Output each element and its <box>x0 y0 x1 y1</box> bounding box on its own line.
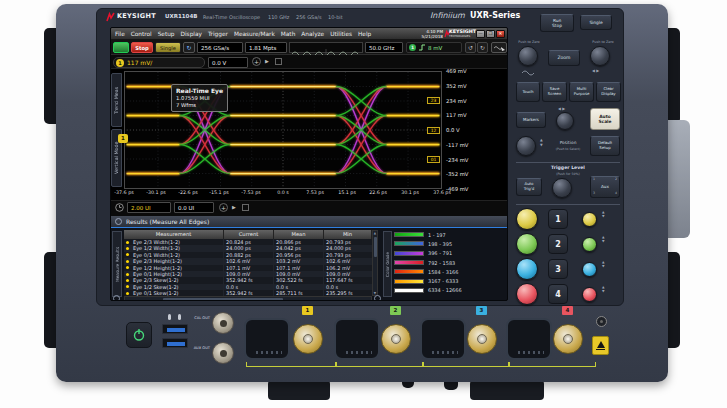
auto-scale-button[interactable]: AutoScale <box>590 108 620 130</box>
channel3-offset-knob[interactable] <box>582 262 597 277</box>
channel1-ground-marker[interactable]: 1 <box>118 134 128 143</box>
channel1-scale-control[interactable]: 1 117 mV/ <box>113 57 205 68</box>
horizontal-scale-knob[interactable] <box>518 46 538 66</box>
zoom-button[interactable]: Zoom <box>548 50 580 66</box>
channel1-offset-field[interactable]: 0.0 V <box>208 57 248 68</box>
usb-port <box>162 338 188 348</box>
menu-math[interactable]: Math <box>281 28 296 40</box>
touch-button[interactable]: Touch <box>516 82 540 102</box>
menu-display[interactable]: Display <box>181 28 202 40</box>
zoom-add-icon[interactable]: + <box>219 203 228 212</box>
horizontal-position-knob[interactable] <box>590 46 610 66</box>
horizontal-position-field[interactable]: 0.0 UI <box>174 202 214 213</box>
vertical-scrollbar[interactable]: ▲ ▼ <box>372 230 378 296</box>
maximize-button[interactable]: ❐ <box>486 30 495 38</box>
horizontal-scale-field[interactable]: 2.00 UI <box>127 202 171 213</box>
sample-rate-field[interactable]: 256 GSa/s <box>197 42 243 53</box>
bandwidth-field[interactable]: 50.0 GHz <box>365 42 403 53</box>
channel2-offset-knob[interactable] <box>582 237 597 252</box>
run-stop-button[interactable]: RunStop <box>540 14 574 32</box>
channel4-offset-knob[interactable] <box>582 287 597 302</box>
col-mean[interactable]: Mean <box>274 230 324 239</box>
cal-out-label: CAL OUT <box>192 316 210 321</box>
menu-control[interactable]: Control <box>131 28 152 40</box>
menu-measure-mark[interactable]: Measure/Mark <box>234 28 275 40</box>
row-bullet-icon <box>126 260 129 263</box>
channel1-scale-knob[interactable] <box>516 208 538 230</box>
channel3-scale-knob[interactable] <box>516 258 538 280</box>
single-button[interactable]: Single <box>155 42 181 53</box>
undo-icon[interactable]: ↺ <box>465 42 476 53</box>
menu-file[interactable]: File <box>115 28 125 40</box>
expand-icon[interactable]: ▶ <box>265 58 269 64</box>
memory-depth-field[interactable]: 1.81 Mpts <box>245 42 287 53</box>
channel2-button[interactable]: 2 <box>548 234 568 254</box>
aux-num: 1 <box>593 178 595 182</box>
dock-icon[interactable] <box>275 58 282 65</box>
aux-select-button[interactable]: Aux 1 2 3 4 <box>590 176 620 198</box>
redo-icon[interactable]: ↻ <box>477 42 488 53</box>
clear-display-button[interactable]: ClearDisplay <box>596 82 621 102</box>
color-grade-row: 792 - 1583 <box>394 258 455 267</box>
trigger-source-badge: 1 <box>409 44 416 51</box>
save-screen-button[interactable]: SaveScreen <box>542 82 567 102</box>
menu-trigger[interactable]: Trigger <box>208 28 228 40</box>
eye-marker-23[interactable]: 23 <box>427 97 440 104</box>
tab-color-grade[interactable]: Color Grade <box>383 231 392 297</box>
x-axis-label: 37.6 ps <box>426 190 458 195</box>
eye-marker-12[interactable]: 12 <box>427 127 440 134</box>
stop-button[interactable]: Stop <box>131 42 153 53</box>
channel3-button[interactable]: 3 <box>548 259 568 279</box>
single-button-hw[interactable]: Single <box>580 15 612 30</box>
channel2-scale-knob[interactable] <box>516 233 538 255</box>
col-min[interactable]: Min <box>324 230 372 239</box>
push-to-zero-label: Push to Zero <box>514 40 544 44</box>
multi-purpose-button[interactable]: MultiPurpose <box>569 82 594 102</box>
pane-handle-icon[interactable] <box>113 295 120 301</box>
rising-edge-icon <box>418 43 426 52</box>
tab-trend-meas[interactable]: Trend Meas <box>111 73 122 127</box>
row-bullet-icon <box>126 266 129 269</box>
results-table-header: Measurement Current Mean Min <box>124 230 372 239</box>
color-grade-row: 198 - 395 <box>394 239 452 248</box>
expand-icon[interactable]: ▶ <box>232 204 236 210</box>
horizontal-scrollbar[interactable] <box>124 296 372 301</box>
auto-trigd-button[interactable]: AutoTrig'd <box>516 178 542 196</box>
pane-handle-icon[interactable] <box>374 295 381 301</box>
markers-button[interactable]: Markers <box>516 112 546 128</box>
channel1-offset-knob[interactable] <box>582 212 597 227</box>
usb-port-icon <box>178 314 181 320</box>
y-axis-label: 469 mV <box>446 68 506 74</box>
refresh-icon[interactable]: ↻ <box>183 42 195 53</box>
results-header[interactable]: Results (Measure All Edges) <box>111 216 508 228</box>
col-current[interactable]: Current <box>224 230 274 239</box>
menu-setup[interactable]: Setup <box>158 28 175 40</box>
cursor-knob[interactable] <box>556 112 574 130</box>
color-grade-row: 6334 - 12666 <box>394 286 462 295</box>
run-button[interactable] <box>113 42 129 53</box>
acquisition-preview-strip[interactable] <box>289 42 363 53</box>
trigger-setup-group[interactable]: 1 8 mV <box>406 42 462 53</box>
touch-mode-icon[interactable] <box>491 42 507 53</box>
menu-analyze[interactable]: Analyze <box>301 28 324 40</box>
bezel-model-desc: Real-Time Oscilloscope <box>203 14 260 21</box>
menu-help[interactable]: Help <box>358 28 371 40</box>
channel1-button[interactable]: 1 <box>548 209 568 229</box>
position-knob[interactable] <box>516 136 536 156</box>
collapse-icon[interactable] <box>115 218 122 225</box>
trigger-level-knob[interactable] <box>552 178 572 198</box>
default-setup-button[interactable]: DefaultSetup <box>590 136 620 156</box>
menu-utilities[interactable]: Utilities <box>330 28 352 40</box>
col-measurement[interactable]: Measurement <box>124 230 224 239</box>
eye-marker-01[interactable]: 01 <box>427 156 440 163</box>
dock-icon[interactable] <box>242 204 249 211</box>
timebase-clock-icon <box>115 203 124 212</box>
channel4-button[interactable]: 4 <box>548 284 568 304</box>
add-waveform-icon[interactable]: + <box>252 57 261 66</box>
tab-measure-results[interactable]: Measure Results <box>112 231 122 297</box>
bezel-infiniium: Infiniium <box>430 11 465 20</box>
close-button[interactable]: ✕ <box>496 30 505 38</box>
channel4-scale-knob[interactable] <box>516 283 538 305</box>
minimize-button[interactable]: — <box>476 30 485 38</box>
power-button[interactable] <box>126 322 152 348</box>
